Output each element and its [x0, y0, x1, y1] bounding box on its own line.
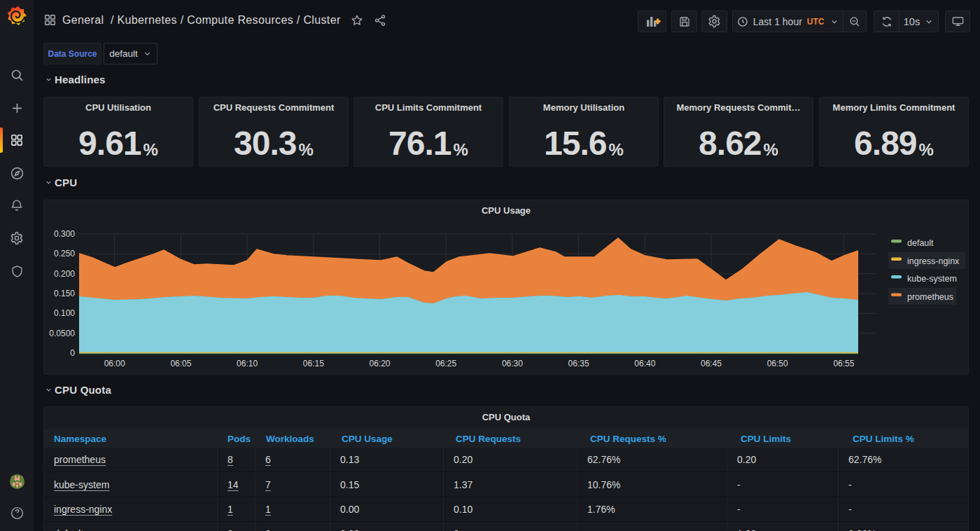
- svg-text:0.0500: 0.0500: [49, 329, 75, 338]
- svg-text:06:40: 06:40: [634, 359, 655, 368]
- svg-text:06:00: 06:00: [104, 359, 125, 368]
- svg-text:0.250: 0.250: [54, 249, 75, 258]
- svg-text:06:30: 06:30: [502, 359, 523, 368]
- svg-text:ingress-nginx: ingress-nginx: [907, 256, 960, 266]
- svg-text:0.150: 0.150: [54, 289, 75, 298]
- svg-text:prometheus: prometheus: [907, 292, 953, 302]
- svg-text:06:55: 06:55: [833, 359, 854, 368]
- svg-text:0: 0: [70, 348, 75, 358]
- svg-text:06:20: 06:20: [369, 359, 390, 368]
- svg-text:06:50: 06:50: [767, 359, 788, 368]
- svg-text:0.200: 0.200: [54, 269, 75, 279]
- svg-text:06:25: 06:25: [435, 359, 456, 368]
- svg-text:06:15: 06:15: [303, 359, 324, 368]
- svg-text:0.100: 0.100: [54, 308, 75, 318]
- svg-text:06:10: 06:10: [237, 359, 258, 368]
- svg-text:06:35: 06:35: [568, 359, 589, 368]
- svg-text:06:45: 06:45: [701, 359, 722, 368]
- svg-text:default: default: [907, 238, 934, 248]
- svg-text:06:05: 06:05: [170, 359, 191, 368]
- svg-text:kube-system: kube-system: [907, 274, 957, 284]
- svg-text:0.300: 0.300: [54, 229, 75, 239]
